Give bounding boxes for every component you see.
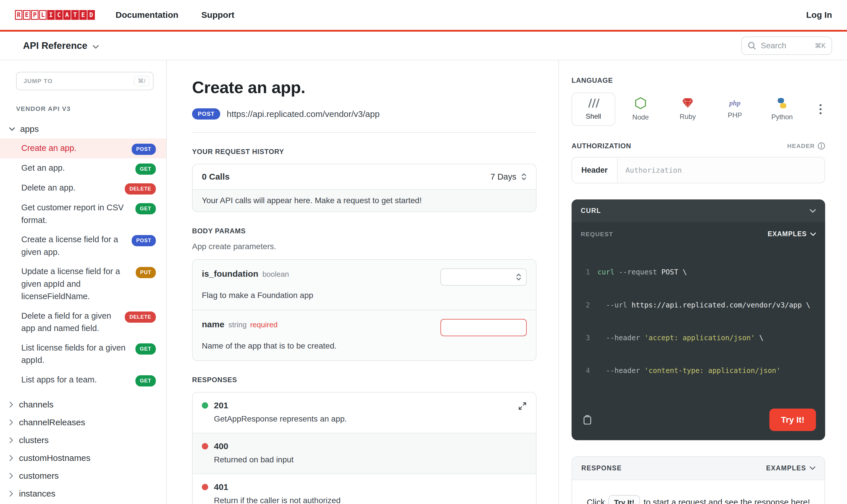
request-history-header: 0 Calls 7 Days	[193, 164, 536, 189]
sidebar-item-create-license-field[interactable]: Create a license field for a given app. …	[0, 230, 166, 262]
sidebar-group-label: apps	[20, 124, 39, 134]
sidebar-item-update-license-field[interactable]: Update a license field for a given appId…	[0, 262, 166, 306]
code-token: --header	[597, 366, 644, 375]
jump-to-input[interactable]: JUMP TO ⌘/	[16, 72, 154, 90]
sidebar-group-channelreleases[interactable]: channelReleases	[0, 413, 166, 431]
sidebar-group-apps[interactable]: apps	[0, 123, 166, 135]
sidebar-item-list-license-fields[interactable]: List license fields for a given appId. G…	[0, 338, 166, 370]
sidebar-item-get-an-app[interactable]: Get an app. GET	[0, 158, 166, 178]
endpoint-label: List license fields for a given appId.	[21, 342, 130, 367]
code-line: 1curl --request POST \	[579, 267, 817, 277]
endpoint-label: Get an app.	[21, 162, 65, 175]
language-selector: Shell Node Ruby php PHP	[571, 92, 825, 126]
response-row-401[interactable]: 401 Return if the caller is not authoriz…	[193, 473, 536, 504]
language-tile-php[interactable]: php PHP	[713, 92, 757, 126]
line-number: 1	[579, 267, 590, 277]
response-code: 201	[214, 400, 228, 410]
request-examples-dropdown[interactable]: EXAMPLES	[767, 230, 816, 238]
response-code: 401	[214, 482, 228, 492]
group-label: clusters	[19, 435, 49, 445]
sidebar-item-delete-field[interactable]: Delete a field for a given app and named…	[0, 306, 166, 338]
curl-panel-footer: Try It!	[571, 404, 825, 440]
examples-label: EXAMPLES	[766, 464, 806, 472]
body-params-heading: BODY PARAMS	[192, 227, 536, 235]
secondary-bar: API Reference Search ⌘K	[0, 32, 847, 60]
line-number: 4	[579, 365, 590, 376]
response-examples-dropdown[interactable]: EXAMPLES	[766, 464, 815, 472]
sidebar-group-releases[interactable]: releases	[0, 503, 166, 504]
language-label: Shell	[586, 112, 601, 121]
sidebar: JUMP TO ⌘/ VENDOR API V3 apps Create an …	[0, 60, 167, 504]
login-link[interactable]: Log In	[806, 10, 832, 20]
sidebar-item-get-customer-report[interactable]: Get customer report in CSV format. GET	[0, 198, 166, 230]
code-line: 3 --header 'accept: application/json' \	[579, 332, 817, 343]
nav-link-documentation[interactable]: Documentation	[116, 10, 178, 20]
response-description: Return if the caller is not authorized	[214, 496, 527, 504]
more-languages-icon[interactable]	[816, 101, 825, 118]
sidebar-item-list-apps[interactable]: List apps for a team. GET	[0, 370, 166, 390]
sidebar-group-instances[interactable]: instances	[0, 485, 166, 503]
language-heading: LANGUAGE	[571, 76, 825, 85]
curl-code-block[interactable]: 1curl --request POST \ 2 --url https://a…	[571, 242, 825, 404]
sidebar-endpoint-list: Create an app. POST Get an app. GET Dele…	[0, 139, 166, 390]
chevron-down-icon	[810, 466, 815, 470]
method-pill: POST	[192, 108, 220, 120]
main-content: Create an app. POST https://api.replicat…	[167, 60, 558, 504]
param-name: is_foundation	[202, 269, 259, 278]
method-badge: PUT	[136, 267, 156, 278]
info-icon[interactable]	[818, 142, 825, 150]
method-badge: GET	[136, 163, 156, 175]
param-type: boolean	[263, 270, 289, 278]
code-token: 'accept: application/json'	[644, 334, 755, 342]
endpoint-label: Create an app.	[21, 142, 76, 155]
expand-icon[interactable]	[518, 402, 527, 410]
authorization-input[interactable]	[618, 158, 825, 183]
try-it-button[interactable]: Try It!	[770, 409, 816, 431]
language-tile-shell[interactable]: Shell	[571, 92, 615, 126]
hint-suffix: to start a request and see the response …	[643, 498, 810, 504]
try-it-keycap[interactable]: Try It!	[608, 495, 640, 504]
code-token: curl	[597, 268, 619, 276]
success-status-dot	[202, 402, 208, 409]
logo[interactable]: REPLICATED	[15, 10, 95, 20]
code-token: https://api.replicated.com/vendor/v3/app…	[631, 301, 810, 309]
api-reference-dropdown[interactable]: API Reference	[23, 40, 99, 51]
sidebar-item-create-an-app[interactable]: Create an app. POST	[0, 139, 166, 158]
chevron-right-icon	[9, 490, 13, 497]
is-foundation-select[interactable]	[440, 268, 527, 286]
name-param-input[interactable]	[440, 319, 527, 336]
sidebar-group-channels[interactable]: channels	[0, 396, 166, 413]
method-badge: POST	[132, 235, 156, 246]
endpoint-label: Delete a field for a given app and named…	[21, 310, 119, 335]
language-tile-node[interactable]: Node	[619, 92, 663, 126]
code-line: 4 --header 'content-type: application/js…	[579, 365, 817, 376]
code-token: \	[755, 334, 764, 342]
sidebar-item-delete-an-app[interactable]: Delete an app. DELETE	[0, 178, 166, 198]
sidebar-group-clusters[interactable]: clusters	[0, 431, 166, 449]
language-tile-python[interactable]: Python	[760, 92, 804, 126]
body-params-card: is_foundationboolean Flag to make a Foun…	[192, 259, 536, 361]
code-token: 'content-type: application/json'	[644, 366, 781, 375]
logo-letter: C	[55, 10, 63, 20]
copy-icon[interactable]	[581, 413, 594, 427]
logo-letter: D	[87, 10, 95, 20]
curl-panel-header[interactable]: CURL	[571, 199, 825, 222]
nav-link-support[interactable]: Support	[201, 10, 234, 20]
authorization-row: AUTHORIZATION HEADER	[571, 142, 825, 150]
sidebar-group-customers[interactable]: customers	[0, 467, 166, 485]
endpoint-label: Get customer report in CSV format.	[21, 201, 130, 227]
chevron-down-icon	[92, 40, 99, 51]
sidebar-group-customhostnames[interactable]: customHostnames	[0, 449, 166, 467]
method-badge: POST	[132, 144, 156, 155]
language-tile-ruby[interactable]: Ruby	[666, 92, 710, 126]
search-icon	[747, 41, 756, 50]
response-row-201[interactable]: 201 GetAppResponse represents an app.	[193, 393, 536, 433]
calls-count: 0 Calls	[202, 172, 230, 182]
search-input[interactable]: Search ⌘K	[741, 36, 832, 55]
history-range-select[interactable]: 7 Days	[491, 172, 527, 182]
endpoint-label: Delete an app.	[21, 182, 76, 194]
method-badge: DELETE	[125, 183, 156, 195]
stepper-icon	[521, 173, 527, 181]
response-description: Returned on bad input	[214, 455, 527, 464]
response-row-400[interactable]: 400 Returned on bad input	[193, 433, 536, 473]
